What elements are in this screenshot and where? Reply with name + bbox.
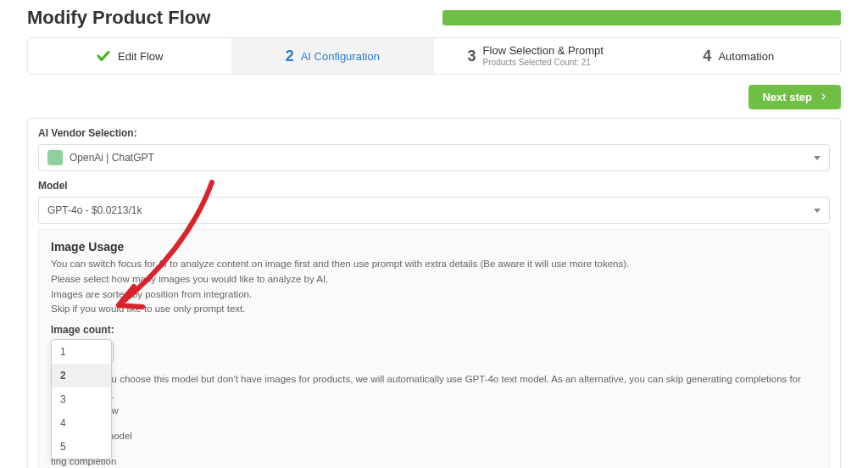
option-1[interactable]: 1 (52, 340, 111, 364)
step-automation[interactable]: 4 Automation (637, 38, 841, 74)
config-panel: AI Vendor Selection: OpenAi | ChatGPT Mo… (27, 118, 841, 468)
step-label: Automation (718, 50, 774, 63)
choice-skip: ting completion (51, 454, 817, 468)
vendor-label: AI Vendor Selection: (38, 127, 830, 139)
model-value: GPT-4o - $0.0213/1k (47, 204, 142, 216)
step-number: 2 (286, 47, 294, 65)
step-label: Edit Flow (118, 50, 163, 63)
option-5[interactable]: 5 (52, 435, 111, 459)
fallback-hint: mind that if you choose this model but d… (51, 371, 817, 418)
step-number: 3 (468, 47, 476, 65)
image-usage-panel: Image Usage You can switch focus for AI … (38, 229, 830, 468)
next-step-button[interactable]: Next step (748, 85, 841, 109)
openai-icon (47, 150, 63, 165)
step-edit-flow[interactable]: Edit Flow (28, 38, 231, 74)
image-count-label: Image count: (51, 324, 817, 336)
step-bar: Edit Flow 2 AI Configuration 3 Flow Sele… (27, 37, 841, 75)
check-icon (96, 48, 111, 64)
option-4[interactable]: 4 (52, 411, 111, 435)
model-select[interactable]: GPT-4o - $0.0213/1k (38, 197, 830, 224)
option-2[interactable]: 2 (52, 364, 111, 387)
option-3[interactable]: 3 (52, 387, 111, 411)
vendor-select[interactable]: OpenAi | ChatGPT (38, 144, 830, 171)
image-usage-title: Image Usage (51, 240, 817, 254)
step-number: 4 (703, 47, 711, 65)
step-label: Flow Selection & Prompt (483, 45, 604, 57)
step-label: AI Configuration (301, 50, 380, 63)
choice-text-model: GPT-4o text model (51, 428, 817, 443)
image-usage-desc: You can switch focus for AI to analyze c… (51, 257, 817, 317)
chevron-down-icon (814, 209, 821, 213)
chevron-down-icon (814, 156, 821, 160)
vendor-value: OpenAi | ChatGPT (70, 152, 154, 164)
chevron-right-icon (819, 91, 827, 103)
step-flow-selection[interactable]: 3 Flow Selection & Prompt Products Selec… (434, 38, 637, 74)
step-ai-configuration[interactable]: 2 AI Configuration (231, 38, 435, 74)
step-sub-label: Products Selected Count: 21 (483, 58, 604, 67)
next-step-label: Next step (762, 91, 812, 103)
page-title: Modify Product Flow (27, 7, 210, 29)
progress-bar (442, 10, 841, 25)
model-label: Model (38, 180, 830, 192)
image-count-dropdown[interactable]: 1 2 3 4 5 (51, 339, 112, 460)
